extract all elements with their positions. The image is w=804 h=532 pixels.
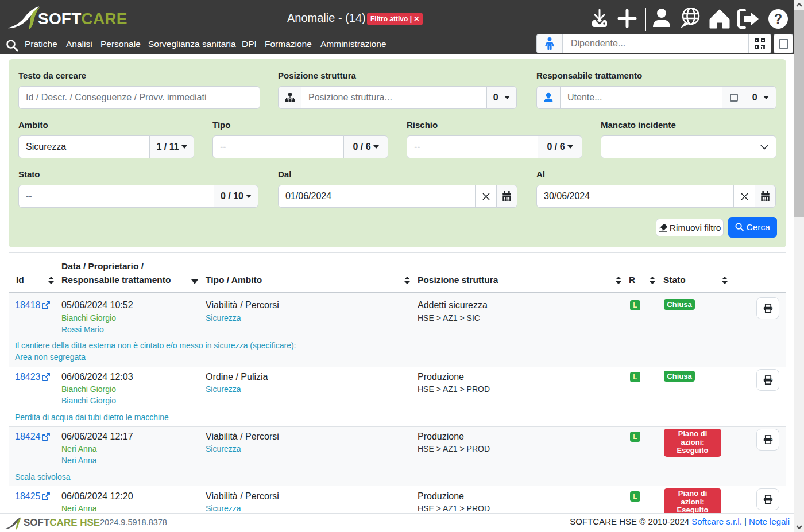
svg-text:?: ? xyxy=(774,11,782,26)
svg-text:SOFTCARE: SOFTCARE xyxy=(38,10,127,28)
